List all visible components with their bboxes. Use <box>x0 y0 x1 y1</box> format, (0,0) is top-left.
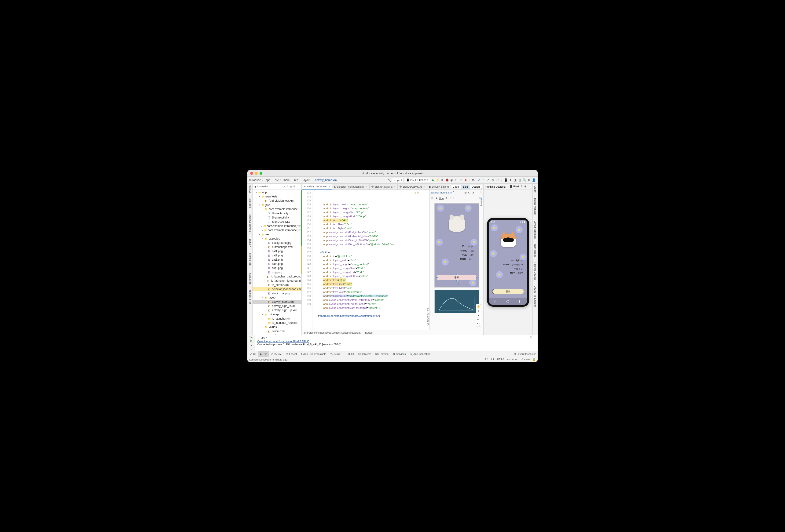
zoom-out-icon[interactable]: − <box>476 313 481 318</box>
zoom-controls[interactable]: ✋ + − 1:1 ⛶ <box>476 304 481 327</box>
tree-item[interactable]: ▸📁ic_launcher (6) <box>253 317 301 321</box>
footer-tab-todo[interactable]: ☰ TODO <box>341 351 356 357</box>
lock-icon[interactable]: 🔒 <box>532 358 536 361</box>
tree-item[interactable]: ▾📁com.example.introduce <box>253 207 301 211</box>
git-branch[interactable]: ⎇ main <box>520 358 530 361</box>
tree-item[interactable]: ▾📁manifests <box>253 194 301 198</box>
component-tree-tab[interactable]: Component Tree <box>426 308 429 326</box>
indent[interactable]: 4 spaces <box>507 358 517 361</box>
avd-icon[interactable]: 📱 <box>504 178 508 182</box>
design-view-button[interactable]: Design <box>470 185 482 189</box>
palette-tab[interactable]: Palette <box>480 199 483 206</box>
tool-layout-validation[interactable]: Layout Validation <box>534 221 536 239</box>
gear-icon[interactable]: ⚙ <box>529 336 532 339</box>
blueprint-icon[interactable]: ◈ <box>435 196 437 200</box>
nav-back-icon[interactable] <box>494 300 497 303</box>
tree-item[interactable]: 🖼cat1.png <box>253 249 301 254</box>
tree-item[interactable]: ▸📁ic_launcher_round (6) <box>253 321 301 325</box>
tree-item[interactable]: 🖼cat3.png <box>253 258 301 262</box>
device-dropdown[interactable]: 📱 Pixel 5 API 30 ▾ <box>405 178 430 182</box>
caret-position[interactable]: 7:1 <box>485 358 488 361</box>
tool-gradle[interactable]: Gradle <box>534 186 536 192</box>
wand-icon[interactable]: ✦ <box>446 196 448 200</box>
emulator-frame[interactable]: 1:13▲ ◉ ▮ ID :kyhi525 NAME :yeonghyeon A… <box>487 218 529 307</box>
run-config-dropdown[interactable]: ▸ app ▾ <box>392 178 404 182</box>
footer-tab-services[interactable]: ⚙ Services <box>391 351 408 357</box>
editor-tab[interactable]: ⓀSignInActivity.kt× <box>370 184 398 189</box>
stop-icon[interactable]: ■ <box>464 178 467 182</box>
default-margin[interactable]: 0dp <box>439 197 444 200</box>
editor-tab[interactable]: ◧selector_iconbutton.xml× <box>332 184 370 189</box>
orientation-icon[interactable]: ◐ <box>468 191 471 194</box>
tree-item[interactable]: ▾📁values <box>253 325 301 329</box>
tree-item[interactable]: ▸📁mipmap <box>253 312 301 317</box>
zoom-fit-icon[interactable]: 1:1 <box>476 318 481 322</box>
select-opened-icon[interactable]: ⊙ <box>283 185 285 188</box>
sdk-icon[interactable]: ⬇ <box>509 178 512 182</box>
editor-tab[interactable]: ◧activity_home.xml× <box>302 184 332 189</box>
tree-item[interactable]: ▾📁java <box>253 203 301 207</box>
build-icon[interactable]: 🔨 <box>387 178 391 182</box>
nav-home-icon[interactable] <box>506 300 509 303</box>
footer-tab-terminal[interactable]: ⌨ Terminal <box>373 351 391 357</box>
expand-all-icon[interactable]: ⇵ <box>286 185 288 188</box>
tree-item[interactable]: ◧colors.xml <box>253 329 301 334</box>
tree-item[interactable]: ⓀSignUpActivity <box>253 220 301 224</box>
settings-icon[interactable]: ⚙ <box>527 178 531 182</box>
tree-item[interactable]: ◧ic_launcher_foreground. <box>253 278 301 283</box>
guideline-icon[interactable]: ⫴ <box>453 196 455 200</box>
footer-tab-app-inspection[interactable]: 🔍 App Inspection <box>408 351 432 357</box>
project-view-dropdown[interactable]: ◆ Android ▾ <box>254 185 268 188</box>
tree-item[interactable]: 🖼cat2.png <box>253 254 301 258</box>
tree-item[interactable]: ⓀHomeActivity <box>253 211 301 215</box>
resource-icon[interactable]: ◨ <box>513 178 517 182</box>
footer-tab-build[interactable]: 🔨 Build <box>328 351 342 357</box>
tool-commit[interactable]: Commit <box>249 239 251 247</box>
theme-icon[interactable]: ◑ <box>472 191 474 194</box>
tool-build-variants[interactable]: Build Variants <box>249 290 251 304</box>
git-rollback-icon[interactable]: ↩ <box>496 178 500 182</box>
hide-icon[interactable]: — <box>533 336 536 339</box>
tree-item[interactable]: ▾📁res <box>253 232 301 237</box>
nav-recent-icon[interactable] <box>520 300 522 303</box>
tool-pull-requests[interactable]: Pull Requests <box>249 252 251 267</box>
blueprint-canvas[interactable] <box>434 290 479 313</box>
breadcrumb[interactable]: Introduce〉app〉src〉main〉res〉layout〉activi… <box>249 178 337 182</box>
tree-item[interactable]: 🖼singin_cat.png <box>253 291 301 295</box>
code-view-button[interactable]: Code <box>451 185 461 189</box>
tree-item[interactable]: ◧activity_home.xml <box>253 300 301 304</box>
footer-tab-profiler[interactable]: ⏱ Profiler <box>269 351 284 357</box>
selected-button[interactable]: 종료 <box>437 275 476 280</box>
run-config-tab[interactable]: ▸ app × <box>257 336 269 340</box>
git-update-icon[interactable]: ↙ <box>477 178 481 182</box>
tool-device-manager[interactable]: Device Manager <box>534 198 536 215</box>
apply-code-icon[interactable]: ≡ <box>440 178 444 182</box>
text-icon[interactable]: I <box>460 197 461 200</box>
footer-tab-app-quality-insights[interactable]: ✦ App Quality Insights <box>299 351 328 357</box>
inspection-badge[interactable]: ⚠ 14 ˄ ˅ ⋮ <box>414 191 426 195</box>
apply-changes-icon[interactable]: ⚡ <box>436 178 439 182</box>
tree-item[interactable]: ◧buttonshape.xml <box>253 245 301 249</box>
tool-project[interactable]: Project <box>249 186 251 193</box>
tool-resource-manager[interactable]: Resource Manager <box>249 214 251 234</box>
stop-icon[interactable]: ■ <box>250 344 252 347</box>
more-icon[interactable]: ⋮ <box>476 191 478 194</box>
tree-item[interactable]: 🖼cat5.png <box>253 266 301 270</box>
zoom-in-icon[interactable]: + <box>476 309 481 313</box>
footer-tab-run[interactable]: ▶ Run <box>258 351 269 357</box>
logcat-link[interactable]: Open logcat panel for emulator Pixel 5 A… <box>257 340 309 343</box>
eye-icon[interactable]: 👁 <box>431 197 434 200</box>
run-icon[interactable]: ▶ <box>431 178 435 182</box>
tool-bookmarks[interactable]: Bookmarks <box>249 273 251 285</box>
coverage-icon[interactable]: ◉ <box>450 178 454 182</box>
tool-structure[interactable]: Structure <box>249 198 251 208</box>
preview-file[interactable]: activity_home.xml <box>431 191 452 194</box>
git-push-icon[interactable]: ↗ <box>486 178 490 182</box>
hide-icon[interactable]: — <box>297 185 300 188</box>
split-view-button[interactable]: Split <box>461 185 470 189</box>
tree-item[interactable]: ◧AndroidManifest.xml <box>253 198 301 203</box>
layout-insp-icon[interactable]: ▥ <box>518 178 522 182</box>
tree-item[interactable]: 🖼background.jpg <box>253 241 301 245</box>
tree-item[interactable]: ▾📁app <box>253 190 301 194</box>
account-icon[interactable]: 👤 <box>532 178 536 182</box>
